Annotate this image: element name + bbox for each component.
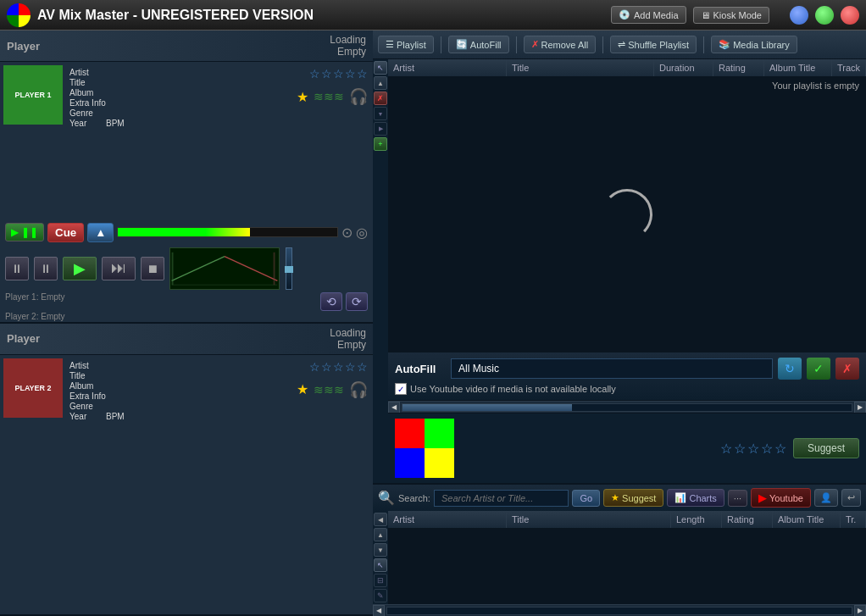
playlist-button[interactable]: ☰ Playlist — [378, 36, 434, 53]
search-header-album[interactable]: Album Title — [773, 511, 841, 528]
remove-item-button[interactable]: ✗ — [374, 92, 387, 105]
search-youtube-button[interactable]: ▶ Youtube — [751, 488, 811, 508]
eq-graph — [169, 247, 280, 290]
skip-button[interactable]: ⏭ — [102, 257, 136, 280]
remove-all-button[interactable]: ✗ Remove All — [524, 36, 597, 53]
autofill-refresh-button[interactable]: ↻ — [778, 358, 802, 380]
arrow-small-1[interactable]: ▼ — [374, 107, 387, 120]
search-header-length[interactable]: Length — [671, 511, 722, 528]
header-track[interactable]: Track — [832, 59, 866, 76]
youtube-checkbox[interactable]: ✓ — [395, 383, 407, 395]
player2-thumbnail: PLAYER 2 — [3, 358, 63, 418]
player2-genre-row: Genre — [69, 402, 288, 411]
header-duration[interactable]: Duration — [654, 59, 713, 76]
search-scroll-right[interactable]: ▶ — [854, 605, 866, 617]
player2-year-row: Year BPM — [69, 412, 288, 421]
transfer-loop-button[interactable]: ⟲ — [320, 292, 342, 311]
search-header-track[interactable]: Tr. — [841, 511, 866, 528]
play-forward-button[interactable]: ▶ — [63, 257, 97, 280]
pause-icon-2: ⏸ — [40, 262, 52, 275]
pause-btn-1[interactable]: ⏸ — [5, 257, 29, 280]
transfer-refresh-button[interactable]: ⟳ — [346, 292, 368, 311]
player2-section: Player Loading Empty PLAYER 2 Artist Tit… — [0, 324, 373, 617]
search-arrow-6[interactable]: ✎ — [374, 589, 387, 602]
arrow-up-button[interactable]: ▲ — [374, 76, 387, 90]
player1-rating[interactable]: ☆ ☆ ☆ ☆ ☆ — [309, 67, 368, 80]
pause-btn-2[interactable]: ⏸ — [34, 257, 58, 280]
player2-extra-row: Extra Info — [69, 391, 288, 401]
monitor-icon: 🖥 — [701, 10, 710, 20]
scroll-left-arrow[interactable]: ◀ — [388, 402, 400, 413]
search-back-button[interactable]: ↩ — [841, 489, 861, 507]
player1-album-row: Album — [69, 88, 288, 97]
eq-icon[interactable]: ◎ — [356, 225, 368, 241]
player2-title-row: Title — [69, 371, 288, 380]
add-media-button[interactable]: 💿 Add Media — [611, 6, 686, 24]
playlist-empty-text: Your playlist is empty — [772, 80, 859, 91]
kiosk-mode-button[interactable]: 🖥 Kiosk Mode — [693, 7, 769, 24]
arrow-small-2[interactable]: ▶ — [374, 122, 387, 136]
search-arrow-1[interactable]: ◀ — [374, 513, 387, 526]
playlist-hscroll[interactable]: ◀ ▶ — [388, 401, 866, 413]
scroll-right-arrow[interactable]: ▶ — [854, 402, 866, 413]
scroll-track[interactable] — [402, 403, 852, 412]
header-title[interactable]: Title — [507, 59, 654, 76]
search-header-rating[interactable]: Rating — [722, 511, 773, 528]
autofill-cancel-button[interactable]: ✗ — [835, 358, 859, 380]
search-results: Artist Title Length Rating — [388, 511, 866, 604]
playlist-table-header: Artist Title Duration Rating Album Title — [388, 59, 866, 77]
end-button[interactable]: ⏹ — [141, 257, 164, 280]
suggest-rating[interactable]: ☆ ☆ ☆ ☆ ☆ — [720, 441, 786, 457]
search-icon: 🔍 — [378, 490, 395, 506]
autofill-ok-button[interactable]: ✓ — [807, 358, 830, 380]
autofill-icon: 🔄 — [456, 39, 468, 50]
search-dots-button[interactable]: ··· — [728, 490, 747, 507]
media-library-button[interactable]: 📚 Media Library — [711, 36, 797, 53]
search-header-title[interactable]: Title — [507, 511, 671, 528]
minimize-button[interactable] — [790, 6, 808, 25]
player1-volume-row: ▶ ❚❚ Cue ▲ ⊙ ◎ — [5, 223, 368, 242]
autofill-toolbar-button[interactable]: 🔄 AutoFill — [448, 36, 509, 53]
headphones-icon[interactable]: 🎧 — [349, 87, 368, 106]
close-button[interactable] — [841, 6, 859, 25]
playlist-container: Artist Title Duration Rating Album Title — [388, 59, 866, 483]
header-rating[interactable]: Rating — [713, 59, 764, 76]
search-charts-button[interactable]: 📊 Charts — [667, 489, 724, 507]
search-hscroll[interactable]: ◀ ▶ — [373, 604, 866, 616]
player2-rating[interactable]: ☆ ☆ ☆ ☆ ☆ — [309, 360, 368, 374]
scroll-thumb[interactable] — [402, 404, 572, 411]
player1-header: Player Loading Empty — [0, 31, 373, 62]
playlist-main: ↖ ▲ ✗ ▼ ▶ + Artist Title — [373, 59, 866, 616]
autofill-input[interactable] — [451, 358, 773, 379]
player2-status: Loading Empty — [330, 327, 366, 351]
search-arrow-4[interactable]: ↖ — [374, 558, 387, 572]
favorite-icon[interactable]: ★ — [297, 89, 308, 105]
player1-play-pause-button[interactable]: ▶ ❚❚ — [5, 223, 44, 241]
search-scroll-left[interactable]: ◀ — [373, 605, 385, 617]
player1-up-button[interactable]: ▲ — [87, 223, 114, 242]
search-go-button[interactable]: Go — [572, 490, 600, 507]
suggest-button[interactable]: Suggest — [793, 438, 859, 458]
play-forward-icon: ▶ — [74, 259, 86, 278]
search-input[interactable] — [434, 490, 569, 507]
add-item-button[interactable]: + — [374, 137, 387, 151]
header-album[interactable]: Album Title — [764, 59, 832, 76]
favorite-icon-2[interactable]: ★ — [297, 381, 308, 397]
search-person-button[interactable]: 👤 — [814, 489, 838, 507]
search-arrow-3[interactable]: ▼ — [374, 543, 387, 557]
headphones-icon-2[interactable]: 🎧 — [349, 380, 368, 399]
search-header-artist[interactable]: Artist — [388, 511, 507, 528]
shuffle-button[interactable]: ⇌ Shuffle Playlist — [610, 36, 697, 53]
ct-blue — [395, 448, 425, 478]
arrow-up-diag-button[interactable]: ↖ — [374, 61, 387, 75]
search-suggest-button[interactable]: ★ Suggest — [603, 489, 663, 507]
volume-knob-icon[interactable]: ⊙ — [341, 225, 353, 241]
search-arrow-2[interactable]: ▲ — [374, 528, 387, 541]
maximize-button[interactable] — [815, 6, 834, 25]
player1-cue-button[interactable]: Cue — [47, 223, 84, 242]
title-controls: 💿 Add Media 🖥 Kiosk Mode — [611, 6, 859, 25]
search-scroll-track[interactable] — [386, 607, 852, 615]
header-artist[interactable]: Artist — [388, 59, 507, 76]
search-arrow-5[interactable]: ⊟ — [374, 574, 387, 587]
pitch-slider-1[interactable] — [285, 247, 293, 290]
